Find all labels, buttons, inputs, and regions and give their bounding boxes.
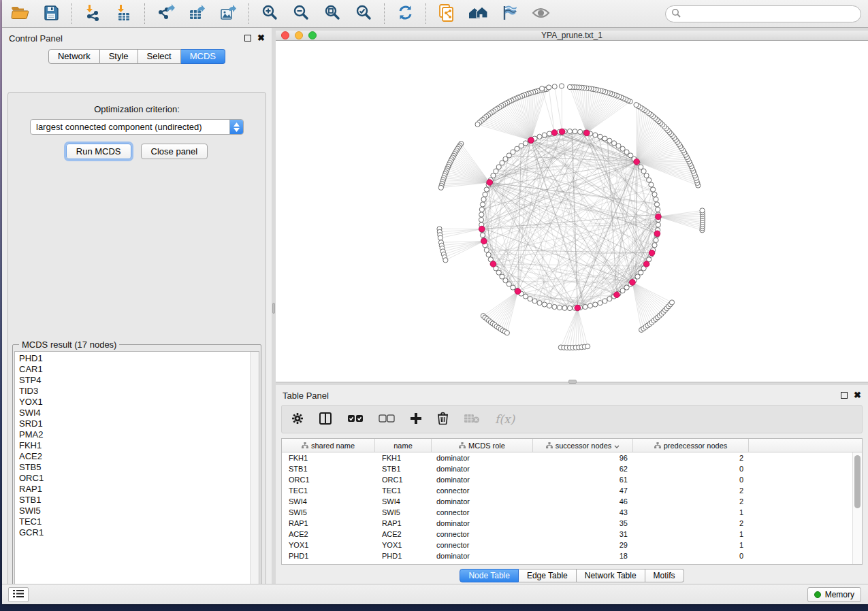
table-cell[interactable]: dominator xyxy=(432,454,533,462)
tab-edge-table[interactable]: Edge Table xyxy=(519,569,577,582)
task-history-button[interactable] xyxy=(8,587,29,602)
clone-network-button[interactable] xyxy=(436,3,457,24)
table-cell[interactable]: connector xyxy=(432,486,533,495)
table-cell[interactable]: 62 xyxy=(533,465,633,473)
column-header-successor-nodes[interactable]: successor nodes xyxy=(533,439,633,452)
float-panel-icon[interactable] xyxy=(244,35,251,42)
criterion-dropdown[interactable]: largest connected component (undirected) xyxy=(30,119,244,135)
save-session-button[interactable] xyxy=(40,3,62,24)
table-cell[interactable]: TEC1 xyxy=(375,486,432,495)
table-cell[interactable]: 1 xyxy=(633,541,749,549)
mcds-result-item[interactable]: PHD1 xyxy=(19,353,259,364)
tab-motifs[interactable]: Motifs xyxy=(645,569,684,582)
table-row[interactable]: FKH1FKH1dominator962 xyxy=(282,452,862,463)
table-cell[interactable]: FKH1 xyxy=(282,454,375,462)
toggle-details-button[interactable] xyxy=(530,3,551,24)
table-cell[interactable]: connector xyxy=(432,508,533,516)
table-cell[interactable]: dominator xyxy=(432,465,533,473)
table-cell[interactable]: dominator xyxy=(432,497,533,506)
tab-mcds[interactable]: MCDS xyxy=(181,49,225,64)
close-panel-icon[interactable]: ✖ xyxy=(854,392,861,399)
table-row[interactable]: SWI4SWI4dominator462 xyxy=(282,496,862,507)
table-cell[interactable]: 1 xyxy=(633,508,749,516)
table-cell[interactable]: 2 xyxy=(633,519,749,527)
mcds-list-scrollbar[interactable] xyxy=(250,352,259,595)
table-cell[interactable]: SWI4 xyxy=(375,497,432,506)
add-row-button[interactable] xyxy=(410,409,422,429)
table-cell[interactable]: PHD1 xyxy=(282,552,375,560)
table-cell[interactable]: TEC1 xyxy=(282,486,375,495)
zoom-out-button[interactable] xyxy=(290,3,312,24)
mcds-result-item[interactable]: STB1 xyxy=(19,495,259,506)
mcds-result-item[interactable]: SWI5 xyxy=(19,506,259,516)
table-cell[interactable]: SWI5 xyxy=(375,508,432,516)
table-cell[interactable]: 0 xyxy=(633,476,749,484)
close-panel-icon[interactable]: ✖ xyxy=(257,35,265,42)
search-input[interactable] xyxy=(684,9,855,18)
table-cell[interactable]: ACE2 xyxy=(282,530,375,538)
column-header-shared-name[interactable]: shared name xyxy=(282,439,375,452)
mcds-result-item[interactable]: FKH1 xyxy=(19,440,259,451)
column-header-predecessor-nodes[interactable]: predecessor nodes xyxy=(633,439,749,452)
export-image-button[interactable] xyxy=(217,3,239,24)
function-builder-button[interactable]: f(x) xyxy=(495,409,515,429)
export-table-button[interactable] xyxy=(186,3,208,24)
table-cell[interactable]: 2 xyxy=(633,497,749,506)
table-cell[interactable]: YOX1 xyxy=(282,541,375,549)
table-cell[interactable]: 96 xyxy=(533,454,633,462)
network-graph[interactable] xyxy=(276,41,865,380)
tab-style[interactable]: Style xyxy=(100,49,138,64)
mcds-result-item[interactable]: SWI4 xyxy=(19,408,259,418)
show-columns-button[interactable] xyxy=(319,409,332,429)
mcds-result-item[interactable]: TEC1 xyxy=(19,516,259,527)
table-cell[interactable]: dominator xyxy=(432,476,533,484)
table-cell[interactable]: connector xyxy=(432,541,533,549)
table-cell[interactable]: PHD1 xyxy=(375,552,432,560)
table-row[interactable]: TEC1TEC1connector472 xyxy=(282,485,862,496)
table-row[interactable]: PHD1PHD1dominator180 xyxy=(282,550,862,561)
run-mcds-button[interactable]: Run MCDS xyxy=(66,144,131,159)
table-cell[interactable]: 1 xyxy=(633,530,749,538)
float-panel-icon[interactable] xyxy=(841,392,848,399)
table-row[interactable]: RAP1RAP1dominator352 xyxy=(282,518,862,529)
refresh-view-button[interactable] xyxy=(394,3,416,24)
home-views-button[interactable] xyxy=(467,3,489,24)
table-cell[interactable]: 2 xyxy=(633,454,749,462)
zoom-in-button[interactable] xyxy=(259,3,280,24)
mcds-result-item[interactable]: GCR1 xyxy=(19,527,259,538)
delete-table-button[interactable] xyxy=(464,409,480,429)
mcds-result-item[interactable]: ACE2 xyxy=(19,451,259,462)
column-header-mcds-role[interactable]: MCDS role xyxy=(432,439,533,452)
table-cell[interactable]: RAP1 xyxy=(282,519,375,527)
mcds-result-item[interactable]: SRD1 xyxy=(19,418,259,429)
table-cell[interactable]: 43 xyxy=(533,508,633,516)
delete-button[interactable] xyxy=(437,409,449,429)
mcds-result-item[interactable]: TID3 xyxy=(19,386,259,397)
table-cell[interactable]: 46 xyxy=(533,497,633,506)
table-row[interactable]: ACE2ACE2connector311 xyxy=(282,529,862,540)
tab-node-table[interactable]: Node Table xyxy=(460,569,519,582)
table-cell[interactable]: connector xyxy=(432,530,533,538)
table-cell[interactable]: RAP1 xyxy=(375,519,432,527)
table-row[interactable]: SWI5SWI5connector431 xyxy=(282,507,862,518)
deselect-all-button[interactable] xyxy=(379,409,395,429)
table-cell[interactable]: 2 xyxy=(633,486,749,495)
splitter-grip[interactable] xyxy=(568,380,577,384)
table-cell[interactable]: 0 xyxy=(633,552,749,560)
table-row[interactable]: YOX1YOX1connector291 xyxy=(282,540,862,550)
zoom-selected-button[interactable] xyxy=(353,3,374,24)
table-row[interactable]: STB1STB1dominator620 xyxy=(282,463,862,474)
table-cell[interactable]: 61 xyxy=(533,476,633,484)
table-scrollbar[interactable] xyxy=(852,452,862,564)
mcds-result-item[interactable]: YOX1 xyxy=(19,397,259,408)
mcds-result-item[interactable]: PMA2 xyxy=(19,429,259,440)
open-file-button[interactable] xyxy=(9,3,31,24)
table-cell[interactable]: 18 xyxy=(533,552,633,560)
zoom-fit-button[interactable] xyxy=(321,3,343,24)
table-cell[interactable]: SWI4 xyxy=(282,497,375,506)
tab-network[interactable]: Network xyxy=(48,49,100,64)
table-cell[interactable]: dominator xyxy=(432,552,533,560)
column-header-name[interactable]: name xyxy=(375,439,432,452)
mcds-result-item[interactable]: STP4 xyxy=(19,375,259,386)
table-cell[interactable]: ORC1 xyxy=(375,476,432,484)
